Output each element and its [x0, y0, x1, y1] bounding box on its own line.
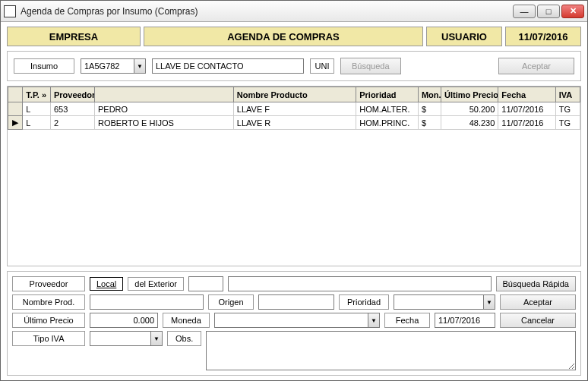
cell-tp: L: [23, 102, 51, 116]
header-usuario: USUARIO: [426, 27, 502, 46]
cell-prioridad: HOM.ALTER.: [356, 102, 419, 116]
cell-fecha: 11/07/2016: [498, 102, 555, 116]
cell-iva: TG: [555, 116, 580, 130]
cell-mon: $: [418, 116, 441, 130]
row-selector[interactable]: [8, 102, 23, 116]
cell-prov-nom: ROBERTO E HIJOS: [95, 116, 234, 130]
cell-ult-precio: 48.230: [441, 116, 498, 130]
cell-fecha: 11/07/2016: [498, 116, 555, 130]
prioridad-input[interactable]: [394, 294, 483, 310]
proveedor-label: Proveedor: [12, 276, 85, 291]
minimize-icon: —: [520, 7, 529, 16]
cancelar-button[interactable]: Cancelar: [500, 313, 576, 328]
col-proveedor-nombre[interactable]: [95, 87, 234, 102]
insumo-code-input[interactable]: [81, 58, 134, 74]
maximize-icon: □: [546, 7, 552, 16]
grid-header-row: T.P. » Proveedor Nombre Producto Priorid…: [8, 87, 580, 102]
chevron-down-icon[interactable]: ▼: [368, 313, 380, 328]
table-row[interactable]: L653PEDROLLAVE FHOM.ALTER.$50.20011/07/2…: [8, 102, 580, 116]
col-proveedor[interactable]: Proveedor: [50, 87, 94, 102]
window-title: Agenda de Compras por Insumo (Compras): [21, 6, 513, 17]
prioridad-combo[interactable]: ▼: [394, 294, 495, 310]
app-icon: [4, 5, 16, 17]
col-fecha[interactable]: Fecha: [498, 87, 555, 102]
row-selector[interactable]: ▶: [8, 116, 23, 130]
table-row[interactable]: ▶L2ROBERTO E HIJOSLLAVE RHOM.PRINC.$48.2…: [8, 116, 580, 130]
col-mon[interactable]: Mon.: [418, 87, 441, 102]
insumo-combo[interactable]: ▼: [81, 58, 146, 74]
fecha-input[interactable]: [435, 313, 495, 328]
moneda-combo[interactable]: ▼: [214, 313, 380, 328]
moneda-input[interactable]: [214, 313, 368, 328]
tipo-iva-label: Tipo IVA: [12, 331, 85, 346]
cell-prov-nom: PEDRO: [95, 102, 234, 116]
header-fecha: 11/07/2016: [505, 27, 581, 46]
prioridad-label: Prioridad: [339, 294, 389, 310]
cell-prioridad: HOM.PRINC.: [356, 116, 419, 130]
tipo-iva-combo[interactable]: ▼: [90, 331, 163, 346]
insumo-label: Insumo: [14, 58, 74, 74]
busqueda-rapida-button[interactable]: Búsqueda Rápida: [496, 276, 576, 291]
exterior-button[interactable]: del Exterior: [128, 277, 184, 291]
chevron-down-icon[interactable]: ▼: [483, 294, 495, 310]
aceptar-form-button[interactable]: Aceptar: [500, 294, 576, 310]
ultimo-precio-input[interactable]: [90, 313, 158, 328]
header-empresa: EMPRESA: [7, 27, 141, 46]
cell-prov-id: 2: [50, 116, 94, 130]
local-button[interactable]: Local: [90, 277, 123, 291]
obs-label: Obs.: [167, 331, 201, 346]
col-iva[interactable]: IVA: [555, 87, 580, 102]
cell-ult-precio: 50.200: [441, 102, 498, 116]
cell-iva: TG: [555, 102, 580, 116]
header-agenda: AGENDA DE COMPRAS: [144, 27, 423, 46]
cell-mon: $: [418, 102, 441, 116]
cell-nom-prod: LLAVE R: [233, 116, 356, 130]
col-nombre-producto[interactable]: Nombre Producto: [233, 87, 356, 102]
search-panel: Insumo ▼ UNI Búsqueda Aceptar: [7, 51, 581, 81]
origen-label: Origen: [208, 294, 254, 310]
maximize-button[interactable]: □: [537, 5, 560, 18]
cell-nom-prod: LLAVE F: [233, 102, 356, 116]
header-row: EMPRESA AGENDA DE COMPRAS USUARIO 11/07/…: [7, 27, 581, 46]
close-icon: ✕: [570, 6, 577, 16]
busqueda-button[interactable]: Búsqueda: [340, 58, 401, 74]
nombre-prod-input[interactable]: [90, 294, 204, 310]
close-button[interactable]: ✕: [561, 5, 584, 18]
insumo-desc-input[interactable]: [152, 58, 304, 74]
col-tp[interactable]: T.P. »: [23, 87, 51, 102]
unidad-label: UNI: [310, 58, 334, 74]
edit-panel: Proveedor Local del Exterior Búsqueda Rá…: [7, 271, 581, 376]
aceptar-search-button[interactable]: Aceptar: [498, 58, 574, 74]
col-selector[interactable]: [8, 87, 23, 102]
titlebar[interactable]: Agenda de Compras por Insumo (Compras) —…: [1, 1, 587, 22]
cell-tp: L: [23, 116, 51, 130]
chevron-down-icon[interactable]: ▼: [150, 331, 163, 346]
proveedor-id-input[interactable]: [188, 276, 223, 291]
obs-textarea[interactable]: [206, 331, 576, 370]
chevron-down-icon[interactable]: ▼: [134, 58, 146, 74]
ultimo-precio-label: Último Precio: [12, 313, 85, 328]
proveedor-nombre-input[interactable]: [228, 276, 492, 291]
cell-prov-id: 653: [50, 102, 94, 116]
results-grid[interactable]: T.P. » Proveedor Nombre Producto Priorid…: [7, 86, 581, 266]
origen-input[interactable]: [258, 294, 334, 310]
app-window: Agenda de Compras por Insumo (Compras) —…: [0, 0, 588, 381]
fecha-label: Fecha: [384, 313, 430, 328]
col-prioridad[interactable]: Prioridad: [356, 87, 419, 102]
tipo-iva-input[interactable]: [90, 331, 150, 346]
moneda-label: Moneda: [163, 313, 210, 328]
col-ultimo-precio[interactable]: Último Precio: [441, 87, 498, 102]
nombre-prod-label: Nombre Prod.: [12, 294, 85, 310]
minimize-button[interactable]: —: [513, 5, 536, 18]
